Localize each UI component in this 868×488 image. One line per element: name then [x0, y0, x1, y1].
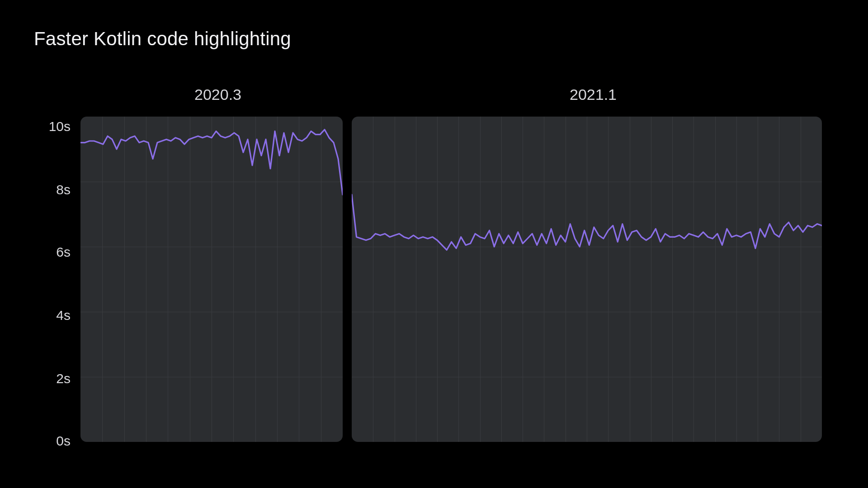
ytick-4s: 4s [27, 308, 71, 323]
panel-label-right: 2021.1 [570, 86, 617, 103]
chart-area: 2020.3 2021.1 10s 8s 6s 4s 2s 0s [27, 81, 841, 465]
ytick-2s: 2s [27, 371, 71, 386]
plot-panel-2020-3 [80, 117, 343, 442]
series-line [352, 117, 822, 442]
ytick-0s: 0s [27, 433, 71, 449]
series-line [80, 117, 343, 442]
ytick-6s: 6s [27, 244, 71, 260]
ytick-10s: 10s [27, 119, 71, 134]
plot-panel-2021-1 [352, 117, 822, 442]
ytick-8s: 8s [27, 182, 71, 197]
chart-title: Faster Kotlin code highlighting [34, 28, 291, 50]
panel-label-left: 2020.3 [194, 86, 241, 103]
